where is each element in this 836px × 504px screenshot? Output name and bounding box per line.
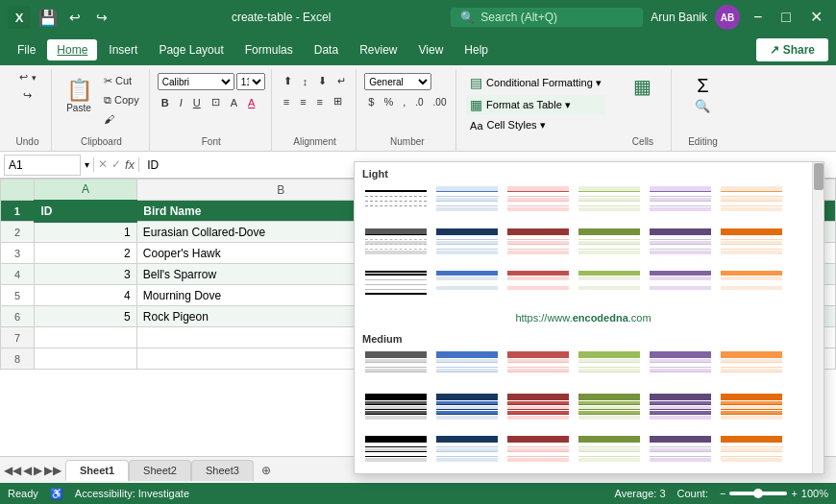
- table-style-medium-6[interactable]: [718, 348, 785, 387]
- zoom-out-icon[interactable]: −: [720, 488, 725, 499]
- share-button[interactable]: ↗ Share: [756, 38, 828, 61]
- table-style-medium-16[interactable]: [576, 433, 643, 471]
- table-style-medium-12[interactable]: [718, 391, 785, 429]
- table-style-light-7[interactable]: [362, 226, 430, 264]
- table-style-light-12[interactable]: [718, 226, 785, 264]
- cell-reference-input[interactable]: [4, 155, 81, 176]
- align-center-button[interactable]: ≡: [296, 93, 309, 109]
- sheet-tab-1[interactable]: Sheet1: [65, 460, 129, 481]
- paste-button[interactable]: 📋 Paste: [60, 69, 98, 123]
- format-as-table-button[interactable]: ▦ Format as Table ▾: [466, 95, 605, 114]
- sheet-tab-2[interactable]: Sheet2: [129, 460, 191, 481]
- table-style-light-3[interactable]: [504, 183, 572, 222]
- table-style-light-4[interactable]: [576, 183, 643, 222]
- nav-next[interactable]: ▶: [34, 464, 42, 477]
- table-style-medium-2[interactable]: [433, 348, 501, 387]
- font-family-select[interactable]: Calibri: [158, 73, 234, 90]
- table-style-medium-1[interactable]: [362, 348, 430, 387]
- percent-button[interactable]: %: [380, 94, 397, 109]
- confirm-formula-icon[interactable]: ✓: [111, 157, 121, 172]
- table-style-medium-5[interactable]: [647, 348, 714, 387]
- sheet-navigation[interactable]: ◀◀ ◀ ▶ ▶▶: [0, 464, 65, 477]
- table-style-light-2[interactable]: [433, 183, 501, 222]
- border-button[interactable]: ⊡: [208, 94, 224, 110]
- cell-a2[interactable]: 1: [35, 222, 137, 243]
- table-style-medium-9[interactable]: [504, 391, 572, 429]
- table-style-medium-11[interactable]: [647, 391, 714, 429]
- table-style-medium-3[interactable]: [504, 348, 572, 387]
- menu-view[interactable]: View: [409, 39, 454, 60]
- dropdown-scrollbar[interactable]: [812, 162, 824, 473]
- cancel-formula-icon[interactable]: ✕: [98, 157, 108, 172]
- table-style-light-13[interactable]: [362, 268, 430, 306]
- minimize-button[interactable]: −: [748, 0, 768, 35]
- table-style-light-14[interactable]: [433, 268, 501, 306]
- table-style-light-1[interactable]: [362, 183, 430, 222]
- menu-home[interactable]: Home: [47, 39, 97, 60]
- menu-page-layout[interactable]: Page Layout: [149, 39, 233, 60]
- accessibility-status[interactable]: Accessibility: Investigate: [75, 488, 189, 499]
- table-style-medium-8[interactable]: [433, 391, 501, 429]
- dropdown-arrow-icon[interactable]: ▾: [85, 159, 89, 170]
- table-style-light-6[interactable]: [718, 183, 785, 222]
- sheet-tab-3[interactable]: Sheet3: [191, 460, 254, 481]
- col-header-a[interactable]: A: [35, 180, 137, 201]
- cell-a7[interactable]: [35, 327, 137, 348]
- align-left-button[interactable]: ≡: [280, 93, 293, 109]
- table-style-medium-13[interactable]: [362, 433, 430, 471]
- zoom-slider[interactable]: [729, 492, 787, 495]
- undo-quick-icon[interactable]: ↩: [65, 8, 85, 27]
- table-style-light-8[interactable]: [433, 226, 501, 264]
- menu-file[interactable]: File: [8, 39, 45, 60]
- fill-color-button[interactable]: A: [227, 95, 241, 110]
- increase-decimal-button[interactable]: .00: [430, 94, 451, 109]
- cell-a8[interactable]: [35, 348, 137, 370]
- decrease-decimal-button[interactable]: .0: [411, 94, 427, 109]
- bold-button[interactable]: B: [158, 95, 173, 110]
- add-sheet-button[interactable]: ⊕: [254, 460, 279, 481]
- table-style-light-18[interactable]: [718, 268, 785, 306]
- redo-button[interactable]: ↪: [19, 87, 36, 104]
- table-style-light-15[interactable]: [504, 268, 572, 306]
- font-color-button[interactable]: A: [244, 95, 258, 110]
- nav-prev[interactable]: ◀: [23, 464, 32, 477]
- cut-button[interactable]: ✂ Cut: [100, 73, 143, 89]
- close-button[interactable]: ✕: [804, 0, 828, 35]
- align-top-button[interactable]: ⬆: [280, 73, 296, 89]
- underline-button[interactable]: U: [189, 95, 205, 110]
- comma-button[interactable]: ,: [399, 94, 409, 109]
- align-middle-button[interactable]: ↕: [299, 73, 312, 89]
- zoom-controls[interactable]: − + 100%: [720, 488, 828, 499]
- table-style-medium-14[interactable]: [433, 433, 501, 471]
- cell-a3[interactable]: 2: [35, 243, 137, 264]
- nav-last[interactable]: ▶▶: [44, 464, 61, 477]
- table-style-light-5[interactable]: [647, 183, 714, 222]
- menu-formulas[interactable]: Formulas: [235, 39, 303, 60]
- table-style-medium-17[interactable]: [647, 433, 714, 471]
- table-style-medium-4[interactable]: [576, 348, 643, 387]
- table-style-medium-10[interactable]: [576, 391, 643, 429]
- number-format-select[interactable]: General: [364, 73, 431, 90]
- cell-a4[interactable]: 3: [35, 264, 137, 285]
- menu-review[interactable]: Review: [350, 39, 406, 60]
- user-avatar[interactable]: AB: [715, 5, 740, 30]
- align-bottom-button[interactable]: ⬇: [314, 73, 331, 89]
- zoom-in-icon[interactable]: +: [791, 488, 797, 499]
- maximize-button[interactable]: □: [775, 0, 797, 35]
- table-style-light-11[interactable]: [647, 226, 714, 264]
- copy-button[interactable]: ⧉ Copy: [100, 92, 143, 108]
- redo-quick-icon[interactable]: ↪: [92, 8, 111, 27]
- table-style-medium-7[interactable]: [362, 391, 430, 429]
- search-bar[interactable]: 🔍 Search (Alt+Q): [451, 8, 643, 27]
- currency-button[interactable]: $: [364, 94, 378, 109]
- menu-help[interactable]: Help: [455, 39, 498, 60]
- cell-a1[interactable]: ID: [35, 201, 137, 222]
- wrap-text-button[interactable]: ↵: [333, 73, 350, 89]
- cell-a6[interactable]: 5: [35, 306, 137, 327]
- align-right-button[interactable]: ≡: [313, 93, 327, 109]
- merge-button[interactable]: ⊞: [330, 93, 346, 109]
- nav-first[interactable]: ◀◀: [4, 464, 21, 477]
- undo-button[interactable]: ↩ ▾: [15, 69, 40, 85]
- cell-styles-button[interactable]: Aa Cell Styles ▾: [466, 117, 605, 133]
- format-painter-button[interactable]: 🖌: [100, 111, 143, 127]
